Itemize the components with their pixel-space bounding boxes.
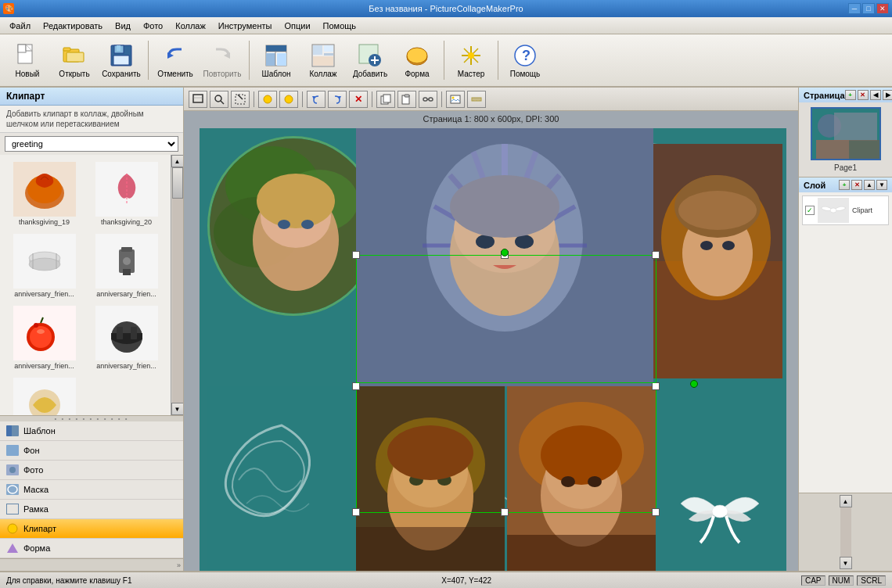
canvas-tool-ruler[interactable]	[467, 91, 486, 108]
menu-view[interactable]: Вид	[109, 20, 137, 32]
status-coords: X=407, Y=422	[441, 576, 491, 585]
nav-item-photo[interactable]: Фото	[0, 461, 183, 480]
menu-options[interactable]: Опции	[278, 20, 316, 32]
page-thumbnail[interactable]	[811, 107, 881, 160]
photo-frame-bow[interactable]	[657, 441, 782, 571]
layer-visibility-check[interactable]: ✓	[805, 206, 815, 215]
photo-frame-bottom-left[interactable]	[207, 386, 356, 571]
minimize-button[interactable]: ─	[848, 3, 861, 14]
canvas-tool-paste[interactable]	[397, 91, 416, 108]
canvas-tool-copy[interactable]	[376, 91, 395, 108]
list-item[interactable]: anniversary_frien...	[3, 230, 85, 302]
canvas-tool-image[interactable]	[446, 91, 465, 108]
layer-close-button[interactable]: ✕	[851, 180, 862, 190]
menu-file[interactable]: Файл	[3, 20, 37, 32]
resize-handle[interactable]: • • • • • • • • • • •	[0, 415, 183, 421]
scroll-up-button[interactable]: ▲	[171, 155, 184, 167]
photo-frame-right[interactable]	[653, 144, 782, 378]
canvas-tool-chain[interactable]	[419, 91, 437, 108]
canvas-tool-rotate-right[interactable]	[328, 91, 347, 108]
undo-button[interactable]: Отменить	[153, 38, 198, 83]
collage-canvas[interactable]	[200, 128, 786, 571]
nav-item-template[interactable]: Шаблон	[0, 421, 183, 441]
canvas-tool-select[interactable]	[231, 91, 250, 108]
page-add-button[interactable]: +	[845, 90, 856, 100]
scroll-down-button[interactable]: ▼	[171, 403, 184, 415]
help-button[interactable]: ? Помощь	[502, 38, 548, 83]
canvas-tool-rotate-left[interactable]	[307, 91, 326, 108]
open-button[interactable]: Открыть	[52, 38, 97, 83]
photo-placeholder-4	[207, 386, 356, 571]
category-dropdown-container[interactable]: greeting anniversary birthday	[5, 136, 178, 152]
pages-section: Страница + ✕ ◀ ▶	[799, 88, 892, 177]
menu-edit[interactable]: Редактировать	[37, 20, 109, 32]
shape-button[interactable]: Форма	[394, 38, 440, 83]
svg-rect-3	[63, 48, 70, 51]
layer-scroll-down[interactable]: ▼	[840, 557, 852, 569]
undo-label: Отменить	[157, 70, 193, 78]
photo-frame-bottom-mid-right[interactable]	[507, 386, 656, 571]
separator-3	[444, 41, 444, 80]
photo-placeholder-2	[356, 128, 653, 386]
canvas-tool-delete[interactable]: ✕	[349, 91, 368, 108]
page-next-button[interactable]: ▶	[883, 90, 892, 100]
list-item[interactable]: anniversary_frien...	[3, 302, 85, 374]
page-prev-button[interactable]: ◀	[870, 90, 881, 100]
template-button[interactable]: Шаблон	[254, 38, 299, 83]
title-bar: 🎨 Без названия - PictureCollageMakerPro …	[0, 0, 892, 17]
photo-frame-bottom-mid-left[interactable]	[356, 386, 505, 571]
status-num: NUM	[829, 575, 854, 586]
wizard-icon	[459, 43, 484, 68]
save-button[interactable]: Сохранить	[99, 38, 144, 83]
collage-button[interactable]: Коллаж	[300, 38, 346, 83]
svg-rect-79	[405, 95, 409, 97]
canvas-tool-circle2[interactable]	[279, 91, 298, 108]
photo-frame-center[interactable]	[356, 128, 653, 386]
layer-item[interactable]: ✓ Clipart	[802, 195, 889, 225]
canvas-viewport[interactable]: Страница 1: 800 х 600рх, DPI: 300	[184, 111, 798, 571]
add-button[interactable]: Добавить	[347, 38, 393, 83]
nav-item-background[interactable]: Фон	[0, 441, 183, 461]
svg-line-69	[221, 101, 224, 104]
category-dropdown[interactable]: greeting anniversary birthday	[5, 136, 178, 152]
photo-frame-circle[interactable]	[207, 136, 379, 316]
menu-collage[interactable]: Коллаж	[169, 20, 212, 32]
layer-down-button[interactable]: ▼	[876, 180, 887, 190]
menu-photo[interactable]: Фото	[137, 20, 169, 32]
svg-rect-44	[121, 247, 132, 252]
maximize-button[interactable]: □	[862, 3, 875, 14]
new-button[interactable]: Новый	[5, 38, 50, 83]
nav-item-frame[interactable]: Рамка	[0, 500, 183, 519]
list-item[interactable]: anniversary_frien...	[3, 374, 85, 415]
list-item[interactable]: anniversary_frien...	[85, 230, 167, 302]
status-help-text: Для справки, нажмите клавишу F1	[6, 576, 131, 585]
layer-scroll-up[interactable]: ▲	[840, 495, 852, 507]
list-item[interactable]: thanksgiving_20	[85, 158, 167, 230]
expand-nav-button[interactable]: »	[0, 558, 183, 571]
page-close-button[interactable]: ✕	[858, 90, 869, 100]
scroll-thumb[interactable]	[172, 167, 183, 199]
canvas-tool-circle1[interactable]	[258, 91, 277, 108]
save-icon	[109, 43, 134, 68]
nav-item-mask[interactable]: Маска	[0, 480, 183, 500]
svg-rect-18	[313, 45, 322, 55]
menu-help[interactable]: Помощь	[317, 20, 363, 32]
redo-button[interactable]: Повторить	[200, 38, 245, 83]
canvas-tool-zoom[interactable]	[210, 91, 228, 108]
canvas-tool-pointer[interactable]	[189, 91, 207, 108]
svg-marker-65	[7, 543, 18, 553]
layer-up-button[interactable]: ▲	[864, 180, 875, 190]
clipart-scrollbar[interactable]: ▲ ▼	[171, 155, 183, 415]
list-item[interactable]: thanksgiving_19	[3, 158, 85, 230]
wizard-button[interactable]: Мастер	[448, 38, 494, 83]
layer-add-button[interactable]: +	[839, 180, 850, 190]
nav-item-shape[interactable]: Форма	[0, 539, 183, 558]
list-item[interactable]: anniversary_frien...	[85, 302, 167, 374]
right-panel: Страница + ✕ ◀ ▶	[798, 88, 892, 571]
clipart-scroll-area[interactable]: thanksgiving_19 thanksgiving_20	[0, 155, 171, 415]
nav-item-clipart[interactable]: Клипарт	[0, 519, 183, 539]
menu-tools[interactable]: Инструменты	[212, 20, 279, 32]
close-button[interactable]: ✕	[876, 3, 889, 14]
layer-thumbnail	[818, 198, 849, 223]
clipart-thumb-3	[95, 234, 158, 289]
